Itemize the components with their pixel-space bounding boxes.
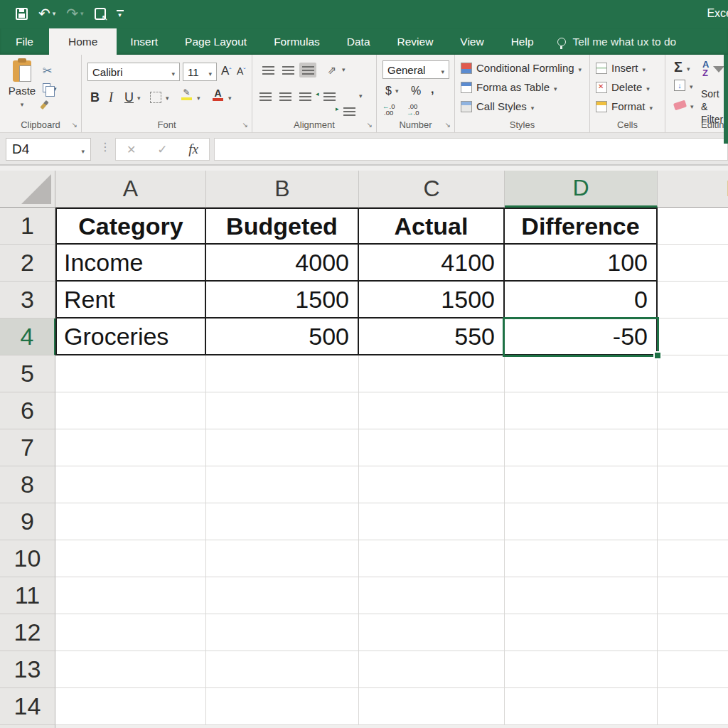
row-header-10[interactable]: 10 [0,540,55,577]
tab-formulas[interactable]: Formulas [260,28,333,55]
insert-cells-button[interactable]: Insert [596,62,646,74]
bold-button[interactable]: B [90,90,100,105]
accounting-format-button[interactable]: $ [385,85,392,97]
cell-c1[interactable]: Actual [359,208,505,245]
cell-b10[interactable] [206,540,359,577]
cell-styles-button[interactable]: Call Styles [461,100,534,112]
align-right-button[interactable] [296,89,314,104]
tab-page-layout[interactable]: Page Layout [171,28,260,55]
column-header-e[interactable]: E [658,171,728,208]
cell-e3[interactable] [658,282,728,318]
cell-a12[interactable] [55,614,206,651]
cell-a8[interactable] [55,466,206,503]
cell-e1[interactable] [658,208,728,245]
cell-e12[interactable] [658,614,728,651]
cell-b8[interactable] [206,466,359,503]
column-header-a[interactable]: A [55,171,206,208]
row-header-5[interactable]: 5 [0,355,55,392]
cell-c14[interactable] [359,688,505,725]
delete-cells-button[interactable]: Delete [596,81,650,93]
fill-button[interactable]: ↓ [674,79,693,91]
row-header-6[interactable]: 6 [0,392,55,429]
bottom-align-button[interactable] [299,63,316,77]
cell-b9[interactable] [206,503,359,540]
cell-a13[interactable] [55,651,206,688]
tab-data[interactable]: Data [333,28,384,55]
cell-d10[interactable] [505,540,658,577]
cell-e7[interactable] [658,429,728,466]
column-header-b[interactable]: B [206,171,359,208]
cell-a14[interactable] [55,688,206,725]
touch-mode-button[interactable] [95,5,106,22]
cell-b6[interactable] [206,392,359,429]
row-header-4[interactable]: 4 [0,318,55,355]
cell-d11[interactable] [505,577,658,614]
italic-button[interactable]: I [109,90,113,105]
align-left-button[interactable] [257,89,274,104]
tab-help[interactable]: Help [498,28,547,55]
cell-c10[interactable] [359,540,505,577]
format-cells-button[interactable]: Format [596,100,653,112]
cell-b7[interactable] [206,429,359,466]
row-header-2[interactable]: 2 [0,245,55,282]
row-header-7[interactable]: 7 [0,429,55,466]
cell-e4[interactable] [658,318,728,355]
cell-c13[interactable] [359,651,505,688]
customize-qat-button[interactable]: ▾ [117,5,124,22]
cell-b5[interactable] [206,355,359,392]
cell-b3[interactable]: 1500 [206,282,359,318]
row-header-12[interactable]: 12 [0,614,55,651]
cell-b11[interactable] [206,577,359,614]
decrease-indent-button[interactable] [321,89,338,104]
autosum-button[interactable]: Σ [674,59,690,75]
cell-e5[interactable] [658,355,728,392]
row-header-3[interactable]: 3 [0,282,55,318]
copy-button[interactable] [43,79,74,96]
cell-c6[interactable] [359,392,505,429]
cell-b2[interactable]: 4000 [206,245,359,282]
cell-b12[interactable] [206,614,359,651]
undo-dropdown-icon[interactable]: ▾ [53,10,56,17]
middle-align-button[interactable] [279,63,296,77]
cell-c9[interactable] [359,503,505,540]
tab-view[interactable]: View [446,28,497,55]
cell-c11[interactable] [359,577,505,614]
name-box-dropdown-icon[interactable] [81,141,85,157]
column-header-c[interactable]: C [359,171,505,208]
cell-b1[interactable]: Budgeted [206,208,359,245]
number-format-select[interactable]: General [382,60,449,79]
cancel-formula-icon[interactable] [127,143,136,156]
cell-b4[interactable]: 500 [206,318,359,355]
tell-me-box[interactable]: Tell me what ux to do [547,28,687,55]
paste-dropdown-icon[interactable] [21,97,24,109]
increase-decimal-icon[interactable]: ←.0.00 [382,103,395,116]
font-size-select[interactable]: 11 [183,63,217,81]
conditional-formatting-button[interactable]: Conditional Formling [461,62,582,74]
row-header-11[interactable]: 11 [0,577,55,614]
name-box[interactable]: D4 [6,138,91,161]
format-as-table-button[interactable]: Forma as Table [461,81,557,93]
cell-e9[interactable] [658,503,728,540]
percent-style-button[interactable]: % [411,85,421,97]
borders-dropdown-icon[interactable] [166,95,169,102]
decrease-decimal-icon[interactable]: .00→.0 [407,103,419,116]
cell-c4[interactable]: 550 [359,318,505,355]
cell-e8[interactable] [658,466,728,503]
font-color-dropdown-icon[interactable] [228,95,232,102]
number-dialog-launcher-icon[interactable]: ↘ [445,122,451,129]
cell-d14[interactable] [505,688,658,725]
cell-a1[interactable]: Category [55,208,206,245]
select-all-button[interactable] [0,171,55,208]
cell-d12[interactable] [505,614,658,651]
row-header-8[interactable]: 8 [0,466,55,503]
cell-d2[interactable]: 100 [505,245,658,282]
accounting-dropdown-icon[interactable] [395,87,399,95]
cell-e11[interactable] [658,577,728,614]
orientation-dropdown-icon[interactable] [342,66,346,73]
cell-d1[interactable]: Difference [505,208,658,245]
cell-b13[interactable] [206,651,359,688]
cell-c7[interactable] [359,429,505,466]
cell-a7[interactable] [55,429,206,466]
row-header-13[interactable]: 13 [0,651,55,688]
cell-a5[interactable] [55,355,206,392]
